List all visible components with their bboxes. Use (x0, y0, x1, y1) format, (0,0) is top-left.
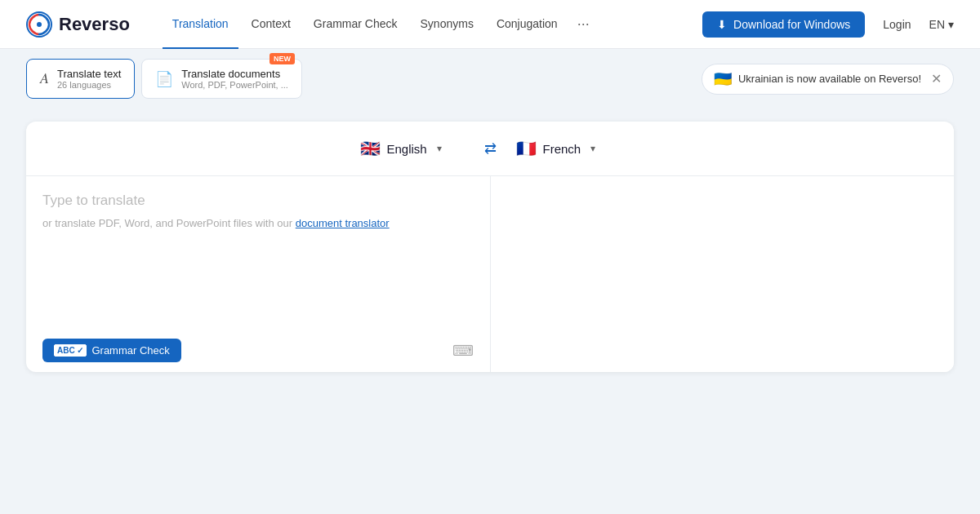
swap-icon: ⇄ (484, 140, 497, 157)
french-flag-icon: 🇫🇷 (516, 139, 537, 158)
notification-bar: 🇺🇦 Ukrainian is now available on Reverso… (702, 64, 954, 95)
tab-translate-text[interactable]: 𝐴 Translate text 26 languages (26, 59, 135, 99)
source-language-label: English (387, 142, 427, 156)
tab-translate-docs[interactable]: NEW 📄 Translate documents Word, PDF, Pow… (141, 59, 302, 99)
chevron-down-icon: ▾ (948, 18, 954, 31)
translate-docs-icon: 📄 (155, 70, 173, 88)
document-translator-link[interactable]: document translator (296, 217, 390, 229)
translate-docs-title: Translate documents (181, 68, 288, 80)
target-language-selector[interactable]: 🇫🇷 French ▾ (503, 134, 634, 163)
new-badge: NEW (270, 53, 295, 64)
sub-toolbar: 𝐴 Translate text 26 languages NEW 📄 Tran… (0, 49, 980, 109)
notification-close-button[interactable]: ✕ (928, 73, 942, 86)
input-panel: Type to translate or translate PDF, Word… (26, 176, 491, 372)
translation-box: 🇬🇧 English ▾ ⇄ 🇫🇷 French ▾ Type to trans… (26, 122, 954, 372)
main-nav: Translation Context Grammar Check Synony… (163, 0, 676, 49)
language-bar: 🇬🇧 English ▾ ⇄ 🇫🇷 French ▾ (26, 122, 954, 176)
nav-synonyms[interactable]: Synonyms (411, 0, 483, 49)
svg-point-1 (37, 22, 42, 27)
logo[interactable]: Reverso (26, 11, 130, 38)
output-panel (491, 176, 955, 372)
logo-text: Reverso (59, 14, 130, 35)
keyboard-icon[interactable]: ⌨ (452, 342, 474, 360)
nav-conjugation[interactable]: Conjugation (487, 0, 568, 49)
target-language-label: French (543, 142, 581, 156)
main-area: 🇬🇧 English ▾ ⇄ 🇫🇷 French ▾ Type to trans… (0, 109, 980, 385)
ukraine-flag-icon: 🇺🇦 (714, 70, 732, 88)
swap-languages-button[interactable]: ⇄ (478, 133, 503, 164)
translate-text-title: Translate text (57, 68, 121, 80)
language-selector[interactable]: EN ▾ (929, 18, 954, 31)
login-button[interactable]: Login (875, 13, 919, 36)
english-flag-icon: 🇬🇧 (360, 139, 381, 158)
source-lang-chevron-icon: ▾ (437, 143, 442, 154)
text-panels: Type to translate or translate PDF, Word… (26, 176, 954, 372)
translate-text-subtitle: 26 languages (57, 80, 121, 90)
source-language-selector[interactable]: 🇬🇧 English ▾ (347, 134, 478, 163)
notification-text: Ukrainian is now available on Reverso! (738, 73, 921, 85)
grammar-check-button[interactable]: ABC ✓ Grammar Check (42, 339, 181, 362)
translate-text-icon: 𝐴 (40, 70, 49, 87)
download-icon: ⬇ (717, 18, 727, 31)
main-header: Reverso Translation Context Grammar Chec… (0, 0, 980, 49)
header-right: ⬇ Download for Windows Login EN ▾ (702, 11, 954, 38)
abc-badge: ABC ✓ (54, 344, 87, 357)
placeholder-main: Type to translate (42, 193, 474, 209)
reverso-logo-icon (26, 11, 52, 38)
nav-translation[interactable]: Translation (163, 0, 238, 49)
target-lang-chevron-icon: ▾ (590, 143, 595, 154)
nav-more[interactable]: ··· (571, 0, 596, 49)
download-button[interactable]: ⬇ Download for Windows (702, 11, 865, 38)
input-panel-footer: ABC ✓ Grammar Check ⌨ (42, 330, 474, 362)
nav-context[interactable]: Context (242, 0, 301, 49)
placeholder-sub: or translate PDF, Word, and PowerPoint f… (42, 217, 474, 229)
translate-docs-subtitle: Word, PDF, PowerPoint, ... (181, 80, 288, 90)
nav-grammar-check[interactable]: Grammar Check (304, 0, 408, 49)
